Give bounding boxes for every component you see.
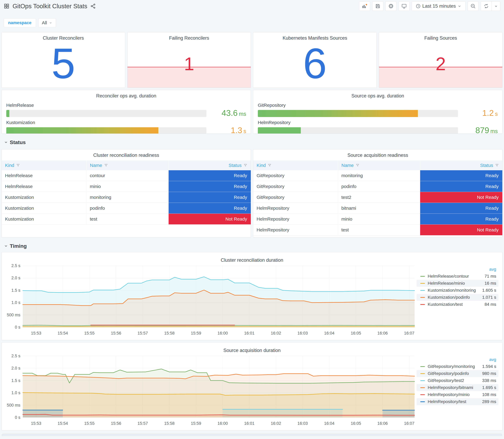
gauge-fill: [258, 110, 418, 117]
share-icon[interactable]: [90, 3, 96, 9]
status-badge: Ready: [420, 170, 502, 181]
series-avg-value: 338 ms: [482, 378, 496, 383]
apps-grid-icon[interactable]: [4, 3, 10, 9]
legend-item[interactable]: Kustomization/monitoring 1.605 s: [417, 287, 498, 294]
series-name[interactable]: HelmRepository/bitnami: [428, 385, 482, 390]
cell-name: contour: [86, 170, 169, 181]
time-series-plot[interactable]: 0 s500 ms1.0 s1.5 s2.0 s2.5 s15:5315:541…: [5, 353, 417, 430]
series-name[interactable]: GitRepository/monitoring: [428, 364, 482, 369]
filter-icon[interactable]: [495, 163, 499, 167]
dashboard-title: GitOps Toolkit Cluster Stats: [12, 3, 87, 10]
series-name[interactable]: HelmRepository/test: [428, 399, 482, 404]
tv-mode-button[interactable]: [399, 1, 410, 11]
gauge-unit: ms: [239, 111, 246, 117]
stat-panel-0: Cluster Reconcilers5: [1, 32, 125, 88]
legend-item[interactable]: GitRepository/podinfo 980 ms: [417, 370, 498, 377]
cell-name: test: [86, 214, 169, 225]
svg-text:16:01: 16:01: [244, 331, 255, 335]
series-name[interactable]: HelmRelease/minio: [428, 281, 484, 286]
filter-icon[interactable]: [356, 163, 360, 167]
legend-item[interactable]: Kustomization/podinfo 1.071 s: [417, 294, 498, 301]
cell-name: monitoring: [86, 192, 169, 203]
namespace-variable-select[interactable]: All: [38, 18, 56, 27]
column-header-status[interactable]: Status: [169, 160, 251, 170]
legend-item[interactable]: HelmRepository/test 289 ms: [417, 398, 498, 405]
column-header-name[interactable]: Name: [338, 160, 420, 170]
gauge-row: 1.2s: [258, 109, 498, 118]
series-color-dash: [420, 290, 425, 291]
section-status[interactable]: Status: [4, 138, 503, 146]
toolbar: ⚙ Last 15 minutes: [357, 1, 500, 11]
legend-item[interactable]: HelmRepository/minio 108 ms: [417, 391, 498, 398]
save-dashboard-button[interactable]: [372, 1, 383, 11]
table-row: HelmRepository minio Ready: [253, 214, 502, 225]
cell-kind: HelmRepository: [253, 225, 338, 235]
svg-text:16:07: 16:07: [404, 421, 415, 426]
filter-icon[interactable]: [104, 163, 108, 167]
gauge-panel-0: Reconciler ops avg. duration HelmRelease…: [1, 90, 251, 134]
legend-item[interactable]: GitRepository/monitoring 1.594 s: [417, 363, 498, 370]
dashboard-settings-button[interactable]: ⚙: [385, 1, 396, 11]
series-avg-value: 1.071 s: [482, 295, 496, 300]
column-header-status[interactable]: Status: [420, 160, 502, 170]
filter-icon[interactable]: [16, 163, 20, 167]
section-timing[interactable]: Timing: [4, 242, 503, 250]
column-header-name[interactable]: Name: [86, 160, 169, 170]
stat-panel-title[interactable]: Failing Sources: [379, 32, 502, 41]
gauge-panel-title[interactable]: Source ops avg. duration: [253, 90, 502, 99]
table-panel-title[interactable]: Cluster reconciliation readiness: [2, 149, 251, 158]
legend-item[interactable]: Kustomization/test 84 ms: [417, 301, 498, 308]
cell-kind: HelmRepository: [253, 203, 338, 214]
svg-text:1.5 s: 1.5 s: [11, 288, 20, 293]
cell-kind: Kustomization: [2, 203, 86, 214]
stat-value: 6: [253, 42, 377, 85]
stat-panel-3: Failing Sources 2: [379, 32, 503, 88]
refresh-button[interactable]: [481, 1, 492, 11]
time-series-plot[interactable]: 0 s500 ms1.0 s1.5 s2.0 s2.5 s15:5315:541…: [5, 263, 417, 340]
time-range-picker[interactable]: Last 15 minutes: [412, 1, 466, 11]
series-name[interactable]: GitRepository/podinfo: [428, 371, 482, 376]
cell-name: test: [338, 225, 420, 235]
stat-panel-title[interactable]: Failing Reconcilers: [127, 32, 251, 41]
svg-text:16:00: 16:00: [218, 331, 228, 335]
svg-text:16:02: 16:02: [271, 331, 281, 335]
namespace-variable-label[interactable]: namespace: [4, 18, 36, 27]
column-header-kind[interactable]: Kind: [253, 160, 338, 170]
series-name[interactable]: Kustomization/monitoring: [428, 288, 482, 293]
series-name[interactable]: Kustomization/podinfo: [428, 295, 482, 300]
series-name[interactable]: Kustomization/test: [428, 302, 484, 307]
table-row: HelmRelease contour Ready: [2, 170, 251, 181]
legend-item[interactable]: GitRepository/test2 338 ms: [417, 377, 498, 384]
legend-item[interactable]: HelmRepository/bitnami 1.695 s: [417, 384, 498, 391]
refresh-interval-dropdown[interactable]: [492, 1, 500, 11]
svg-text:15:59: 15:59: [191, 421, 201, 426]
gauge-panel-title[interactable]: Reconciler ops avg. duration: [2, 90, 251, 99]
add-panel-button[interactable]: [359, 1, 370, 11]
svg-text:2.5 s: 2.5 s: [11, 263, 20, 268]
filter-icon[interactable]: [244, 163, 247, 167]
legend-item[interactable]: HelmRelease/minio 16 ms: [417, 280, 498, 287]
gauge-track: [6, 110, 206, 117]
table-panel-title[interactable]: Source acquisition readiness: [253, 149, 502, 158]
svg-text:15:57: 15:57: [137, 331, 148, 335]
svg-text:0 s: 0 s: [15, 325, 20, 329]
series-name[interactable]: HelmRepository/minio: [428, 392, 482, 397]
series-avg-value: 16 ms: [485, 281, 496, 286]
legend-item[interactable]: HelmRelease/contour 71 ms: [417, 273, 498, 280]
cell-kind: HelmRelease: [2, 181, 86, 192]
gauge-track: [258, 110, 458, 117]
series-name[interactable]: HelmRelease/contour: [428, 274, 484, 279]
filter-icon[interactable]: [268, 163, 271, 167]
svg-text:1.0 s: 1.0 s: [11, 390, 20, 395]
series-name[interactable]: GitRepository/test2: [428, 378, 482, 383]
gauge-value: 1.2s: [458, 109, 498, 118]
chart-panel-title[interactable]: Cluster reconciliation duration: [5, 254, 499, 263]
zoom-out-button[interactable]: [467, 1, 479, 11]
readiness-table: Kind Name Status HelmRelease contour Rea…: [2, 160, 251, 225]
chart-panel-title[interactable]: Source acquisition duration: [5, 345, 499, 353]
table-row: HelmRepository test Not Ready: [253, 225, 502, 235]
gauge-value: 43.6ms: [206, 109, 246, 118]
cell-kind: HelmRepository: [253, 214, 338, 225]
column-header-kind[interactable]: Kind: [2, 160, 86, 170]
series-color-dash: [420, 401, 425, 402]
